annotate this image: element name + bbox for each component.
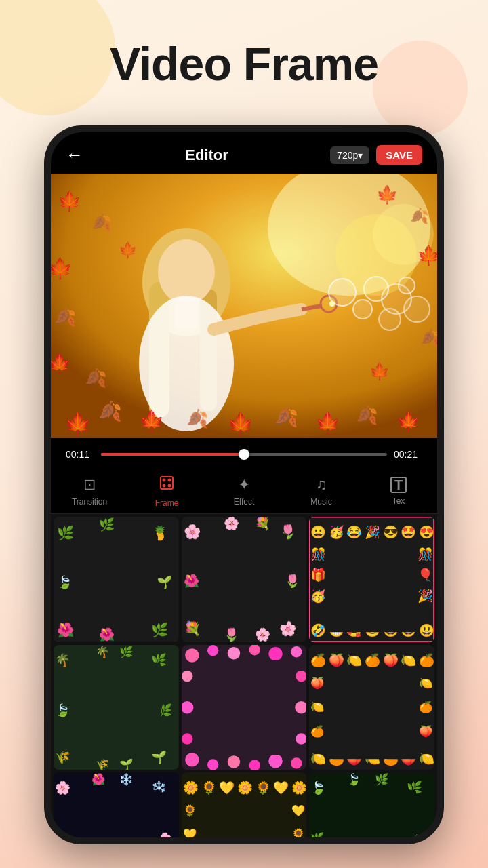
svg-text:💛: 💛 (183, 828, 197, 837)
svg-text:🤣: 🤣 (310, 623, 327, 638)
app-bar: ← Editor 720p▾ SAVE (51, 132, 437, 174)
svg-text:🍂: 🍂 (274, 406, 298, 428)
svg-point-13 (353, 300, 372, 319)
svg-text:🌿: 🌿 (375, 773, 390, 787)
frame-item-7[interactable]: 🌸 ❄️ 🌺 🌸 ❄️ 🌸 🌺 ❄️ 🌸 🌺 (54, 772, 179, 837)
frame-icon (159, 475, 175, 495)
frame-grid: 🌿 🍍 🌺 🌿 🍃 🌱 🌿 🌺 🌸 🌷 💐 (51, 514, 437, 837)
svg-text:🍂: 🍂 (54, 306, 77, 328)
svg-text:🍂: 🍂 (410, 207, 429, 225)
svg-point-104 (185, 648, 199, 663)
quality-selector[interactable]: 720p▾ (330, 146, 369, 164)
frame-item-1[interactable]: 🌿 🍍 🌺 🌿 🍃 🌱 🌿 🌺 (54, 517, 179, 642)
svg-rect-102 (72, 662, 161, 753)
svg-text:🍂: 🍂 (356, 404, 378, 426)
frame-item-4[interactable]: 🌴 🌿 🌾 🌱 🍃 🌿 🌴 🌿 🌾 🌱 (54, 645, 179, 770)
svg-point-45 (169, 485, 171, 487)
svg-text:🍁: 🍁 (139, 409, 165, 433)
svg-rect-67 (201, 534, 287, 625)
svg-text:🌼: 🌼 (291, 780, 307, 795)
frame-item-5[interactable] (182, 645, 307, 770)
svg-point-116 (185, 753, 199, 767)
tab-frame[interactable]: Frame (128, 475, 205, 508)
svg-point-43 (169, 479, 171, 481)
timeline-bar[interactable] (101, 453, 387, 456)
frame-item-8[interactable]: 🌼 🌻 💛 🌼 🌻 💛 🌼 💛 🌼 🌻 💛 🌼 🌻 💛 🌻 💛 (182, 772, 307, 837)
svg-text:🍁: 🍁 (369, 361, 390, 381)
svg-point-19 (329, 301, 335, 307)
svg-text:🍃: 🍃 (55, 702, 71, 717)
svg-text:🌼: 🌼 (237, 780, 253, 795)
timeline-thumb[interactable] (239, 449, 249, 460)
top-bar-right: 720p▾ SAVE (330, 145, 422, 165)
svg-text:🥳: 🥳 (329, 524, 345, 540)
svg-rect-144 (326, 667, 418, 759)
svg-text:🍊: 🍊 (310, 724, 325, 738)
svg-text:🍋: 🍋 (347, 652, 363, 667)
svg-text:🍃: 🍃 (57, 574, 73, 590)
svg-text:💐: 💐 (184, 620, 201, 637)
svg-text:🍑: 🍑 (329, 652, 345, 667)
svg-text:🎁: 🎁 (310, 567, 327, 583)
svg-text:🌴: 🌴 (55, 652, 71, 667)
svg-text:🌿: 🌿 (310, 831, 325, 837)
frame-item-2[interactable]: 🌸 🌷 💐 🌸 🌺 🌷 🌸 💐 🌷 🌸 (182, 517, 307, 642)
svg-text:🌺: 🌺 (92, 773, 106, 787)
svg-text:🌿: 🌿 (99, 517, 115, 532)
svg-text:💛: 💛 (291, 804, 306, 818)
frame-label: Frame (155, 498, 179, 508)
tab-transition[interactable]: ⊡ Transition (51, 476, 128, 507)
svg-text:🍊: 🍊 (419, 652, 434, 667)
svg-rect-178 (198, 795, 289, 837)
svg-text:🌿: 🌿 (57, 524, 75, 542)
svg-text:🍂: 🍂 (92, 212, 112, 232)
svg-text:🥳: 🥳 (310, 588, 327, 604)
transition-icon: ⊡ (83, 476, 96, 494)
svg-text:🍊: 🍊 (310, 652, 327, 667)
phone-shell: ← Editor 720p▾ SAVE (44, 125, 444, 844)
svg-text:💐: 💐 (254, 517, 270, 531)
svg-point-111 (296, 671, 306, 682)
tab-effect[interactable]: ✦ Effect (205, 476, 283, 507)
svg-text:🎊: 🎊 (310, 547, 327, 562)
svg-text:🍊: 🍊 (365, 652, 381, 667)
svg-point-120 (268, 754, 283, 768)
save-button[interactable]: SAVE (376, 145, 422, 165)
svg-point-105 (207, 645, 218, 656)
svg-text:🌻: 🌻 (255, 780, 271, 795)
video-background: 🍁 🍂 🍁 🍂 🍁 🍂 🍁 🍂 🍁 🍁 🍂 🍁 🍂 🍁 (51, 174, 437, 438)
frame-item-9[interactable]: 🍃 🌿 🌱 🍃 🌿 🌱 🍃 🌿 🌱 🍃 (309, 772, 434, 837)
svg-text:❄️: ❄️ (55, 831, 69, 837)
svg-text:🌱: 🌱 (157, 574, 173, 590)
frame-item-6[interactable]: 🍊 🍑 🍋 🍊 🍑 🍋 🍊 🍋 🍊 🍑 🍋 🍊 🍑 🍋 🍑 🍋 (309, 645, 434, 770)
svg-text:🎉: 🎉 (365, 524, 381, 540)
back-button[interactable]: ← (66, 144, 83, 165)
svg-text:🍁: 🍁 (417, 244, 437, 267)
tab-text[interactable]: T Tex (360, 477, 437, 506)
effect-label: Effect (234, 497, 254, 507)
svg-text:💛: 💛 (219, 780, 235, 795)
timeline-start: 00:11 (66, 449, 94, 460)
svg-text:🌼: 🌼 (183, 780, 199, 795)
tab-music[interactable]: ♫ Music (283, 476, 360, 507)
svg-text:😂: 😂 (347, 524, 363, 540)
svg-text:🍁: 🍁 (51, 353, 71, 375)
svg-text:🍂: 🍂 (85, 367, 107, 389)
svg-text:🍋: 🍋 (310, 700, 325, 714)
effect-icon: ✦ (238, 476, 250, 494)
svg-text:🌾: 🌾 (96, 757, 110, 770)
svg-text:🌿: 🌿 (119, 645, 134, 659)
svg-text:🍃: 🍃 (348, 773, 362, 787)
svg-text:😀: 😀 (310, 524, 327, 540)
timeline-fill (101, 453, 244, 456)
svg-point-110 (182, 671, 192, 682)
svg-text:🌸: 🌸 (55, 780, 71, 795)
frame-item-3[interactable]: 😀 🥳 😂 🎉 😎 🤩 😍 🤣 😁 🥰 😊 😆 😄 😃 🎊 🎁 (309, 517, 434, 642)
svg-rect-55 (75, 534, 158, 625)
timeline-row: 00:11 00:21 (66, 449, 422, 460)
svg-text:🍑: 🍑 (310, 675, 325, 690)
svg-point-117 (207, 759, 218, 770)
svg-point-114 (182, 733, 192, 744)
svg-point-121 (291, 757, 302, 768)
svg-text:😍: 😍 (419, 524, 434, 540)
